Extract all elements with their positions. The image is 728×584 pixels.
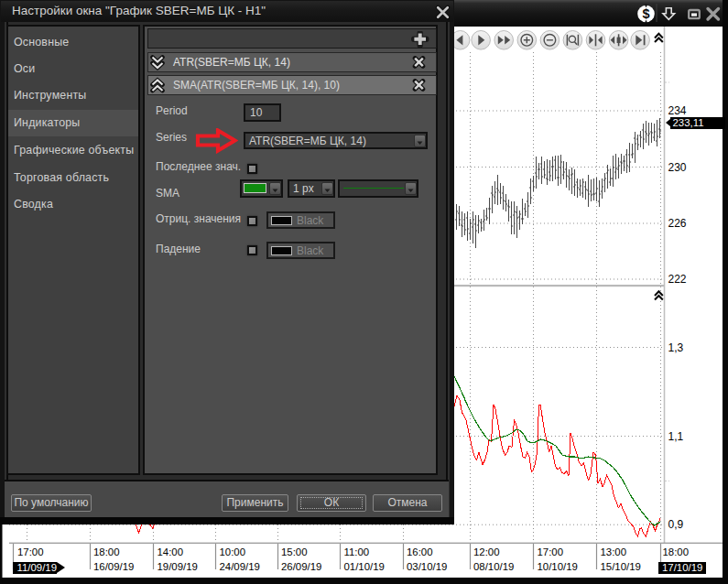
svg-text:$: $ [642, 6, 649, 21]
